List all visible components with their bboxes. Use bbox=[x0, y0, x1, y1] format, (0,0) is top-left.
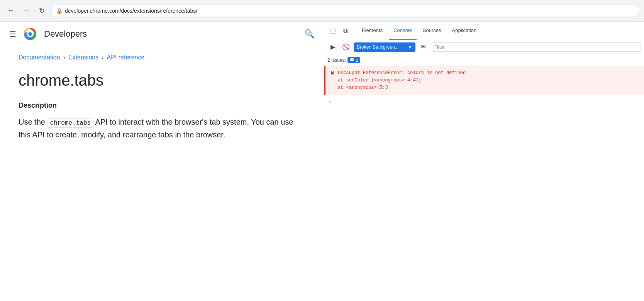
search-icon[interactable]: 🔍 bbox=[304, 29, 315, 39]
clear-console-button[interactable]: 🚫 bbox=[341, 42, 351, 52]
breadcrumb: Documentation › Extensions › API referen… bbox=[0, 46, 324, 69]
forward-button[interactable]: → bbox=[20, 5, 32, 17]
issues-count: 2 bbox=[356, 58, 358, 63]
run-icon: ▶ bbox=[330, 43, 335, 51]
devtools-panel: ⬚ ⧉ Elements Console Sources Application… bbox=[324, 22, 644, 301]
cursor-icon: ⬚ bbox=[330, 27, 336, 34]
description-text: Use the chrome.tabs API to interact with… bbox=[19, 116, 305, 141]
tab-sources-label: Sources bbox=[423, 27, 441, 33]
error-trace-2: at <anonymous>:5:3 bbox=[338, 84, 466, 91]
issues-bar: 2 Issues: 💬 2 bbox=[324, 54, 644, 66]
inspect-element-button[interactable]: ⬚ bbox=[327, 25, 338, 36]
devtools-top-toolbar: ⬚ ⧉ Elements Console Sources Application bbox=[324, 22, 644, 40]
page-content: chrome.tabs Description Use the chrome.t… bbox=[0, 72, 324, 159]
tab-application-label: Application bbox=[452, 27, 477, 33]
filter-input[interactable] bbox=[431, 42, 641, 52]
svg-point-2 bbox=[28, 32, 32, 36]
main-area: ☰ Developers 🔍 Documentation › bbox=[0, 22, 644, 301]
website-panel: ☰ Developers 🔍 Documentation › bbox=[0, 22, 324, 301]
lock-icon: 🔒 bbox=[56, 8, 63, 14]
error-message: Uncaught ReferenceError: colors is not d… bbox=[338, 69, 466, 77]
code-inline: chrome.tabs bbox=[47, 118, 93, 128]
back-icon: ← bbox=[7, 7, 14, 15]
desc-part1: Use the bbox=[19, 118, 47, 126]
error-trace-1: at setColor (<anonymous>:4:41) bbox=[338, 77, 466, 84]
address-bar[interactable]: 🔒 developer.chrome.com/docs/extensions/r… bbox=[51, 5, 639, 17]
breadcrumb-api-reference[interactable]: API reference bbox=[107, 54, 145, 61]
context-selector[interactable]: Broken Backgroun... ▼ bbox=[354, 42, 415, 52]
toolbar-separator-1 bbox=[354, 26, 354, 36]
page-main-title: chrome.tabs bbox=[19, 72, 305, 89]
reload-icon: ↻ bbox=[39, 7, 45, 15]
tab-elements[interactable]: Elements bbox=[357, 22, 387, 40]
issues-badge[interactable]: 💬 2 bbox=[347, 57, 360, 63]
breadcrumb-sep-1: › bbox=[63, 54, 65, 61]
breadcrumb-extensions[interactable]: Extensions bbox=[68, 54, 98, 61]
clear-icon: 🚫 bbox=[342, 43, 350, 51]
eye-icon: 👁 bbox=[420, 44, 426, 51]
device-mode-button[interactable]: ⧉ bbox=[340, 25, 351, 36]
tab-elements-label: Elements bbox=[362, 27, 383, 33]
site-header: ☰ Developers 🔍 bbox=[0, 22, 324, 46]
tab-console[interactable]: Console bbox=[389, 22, 417, 40]
error-text: Uncaught ReferenceError: colors is not d… bbox=[338, 69, 466, 92]
forward-icon: → bbox=[23, 7, 30, 15]
tab-sources[interactable]: Sources bbox=[418, 22, 446, 40]
device-icon: ⧉ bbox=[343, 27, 347, 34]
hamburger-icon[interactable]: ☰ bbox=[9, 29, 16, 39]
breadcrumb-documentation[interactable]: Documentation bbox=[19, 54, 60, 61]
issues-badge-icon: 💬 bbox=[349, 57, 355, 63]
dropdown-arrow-icon: ▼ bbox=[408, 44, 412, 50]
issues-label: 2 Issues: bbox=[327, 57, 346, 63]
chrome-logo bbox=[22, 26, 38, 42]
browser-toolbar: ← → ↻ 🔒 developer.chrome.com/docs/extens… bbox=[0, 0, 644, 22]
console-output: ✖ Uncaught ReferenceError: colors is not… bbox=[324, 66, 644, 301]
tab-application[interactable]: Application bbox=[447, 22, 481, 40]
console-prompt-row: › bbox=[324, 95, 644, 108]
site-title: Developers bbox=[44, 29, 87, 39]
reload-button[interactable]: ↻ bbox=[36, 5, 48, 17]
back-button[interactable]: ← bbox=[5, 5, 17, 17]
section-label: Description bbox=[19, 101, 305, 110]
console-error-row: ✖ Uncaught ReferenceError: colors is not… bbox=[324, 66, 644, 95]
tab-console-label: Console bbox=[393, 27, 412, 33]
url-text: developer.chrome.com/docs/extensions/ref… bbox=[65, 8, 197, 14]
run-script-button[interactable]: ▶ bbox=[327, 42, 338, 52]
error-icon: ✖ bbox=[330, 70, 335, 76]
prompt-chevron-icon: › bbox=[329, 98, 331, 105]
devtools-secondary-toolbar: ▶ 🚫 Broken Backgroun... ▼ 👁 bbox=[324, 40, 644, 54]
context-selector-text: Broken Backgroun... bbox=[357, 44, 406, 50]
breadcrumb-sep-2: › bbox=[102, 54, 103, 61]
live-expressions-button[interactable]: 👁 bbox=[418, 42, 429, 52]
